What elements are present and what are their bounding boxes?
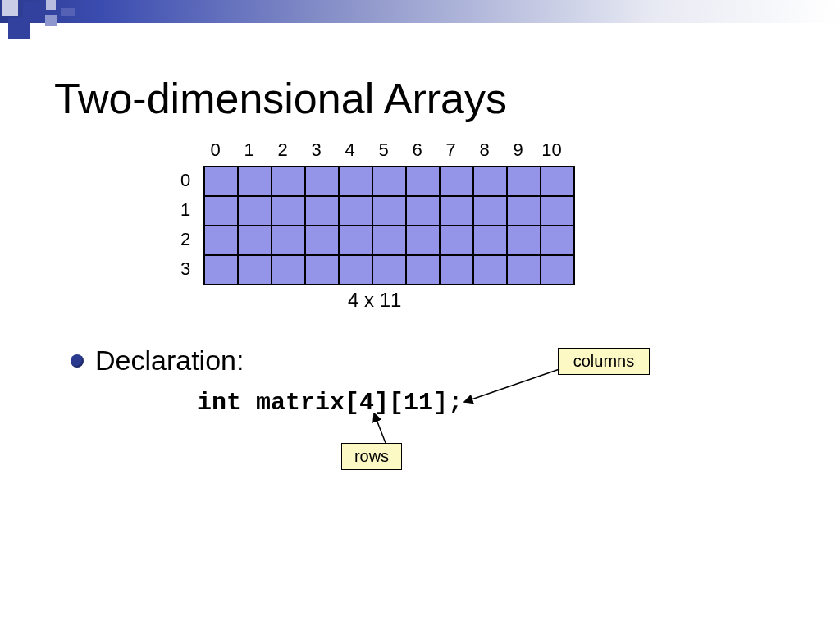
array-cell xyxy=(305,255,339,285)
array-cell xyxy=(305,226,339,255)
col-index: 10 xyxy=(535,139,568,161)
array-cell xyxy=(473,167,507,196)
array-cell xyxy=(339,255,372,285)
array-cell xyxy=(541,167,574,196)
array-cell xyxy=(305,167,339,196)
array-cell xyxy=(541,226,574,255)
col-index: 0 xyxy=(199,139,232,161)
array-cell xyxy=(541,255,574,285)
array-cell xyxy=(272,226,305,255)
array-cell xyxy=(406,226,440,255)
col-index: 5 xyxy=(367,139,400,161)
col-index: 9 xyxy=(501,139,535,161)
banner-square-icon xyxy=(2,0,18,16)
array-cell xyxy=(507,226,541,255)
svg-line-0 xyxy=(464,369,559,402)
banner-square-icon xyxy=(45,15,57,26)
array-cell xyxy=(406,196,440,226)
col-index: 3 xyxy=(299,139,333,161)
array-cell xyxy=(406,167,440,196)
array-cell xyxy=(440,167,473,196)
col-index: 7 xyxy=(434,139,468,161)
array-cell xyxy=(507,196,541,226)
array-cell xyxy=(238,167,272,196)
array-cell xyxy=(372,255,406,285)
array-cell xyxy=(507,255,541,285)
dimension-label: 4 x 11 xyxy=(348,289,401,312)
array-diagram: 0 1 2 3 4 5 6 7 8 9 10 0 1 2 3 4 x 11 xyxy=(203,139,575,285)
array-cell xyxy=(238,226,272,255)
array-cell xyxy=(440,196,473,226)
row-index: 2 xyxy=(180,225,190,254)
col-index: 1 xyxy=(232,139,266,161)
col-index: 2 xyxy=(266,139,299,161)
slide-banner xyxy=(0,0,840,31)
array-cell xyxy=(204,196,238,226)
row-index: 1 xyxy=(180,195,190,225)
col-index: 4 xyxy=(333,139,367,161)
array-cell xyxy=(339,196,372,226)
array-cell xyxy=(272,255,305,285)
banner-gradient xyxy=(0,0,840,23)
array-cell xyxy=(272,167,305,196)
svg-line-1 xyxy=(374,413,386,443)
callout-columns: columns xyxy=(558,348,650,375)
array-cell xyxy=(440,255,473,285)
array-grid xyxy=(203,166,575,285)
slide-title: Two-dimensional Arrays xyxy=(54,74,507,123)
array-cell xyxy=(204,226,238,255)
array-cell xyxy=(204,167,238,196)
array-cell xyxy=(272,196,305,226)
array-cell xyxy=(339,226,372,255)
code-declaration: int matrix[4][11]; xyxy=(197,389,463,417)
array-cell xyxy=(406,255,440,285)
array-cell xyxy=(305,196,339,226)
array-cell xyxy=(541,196,574,226)
callout-rows: rows xyxy=(341,443,402,470)
row-index: 3 xyxy=(180,254,190,284)
array-cell xyxy=(507,167,541,196)
column-index-labels: 0 1 2 3 4 5 6 7 8 9 10 xyxy=(199,139,575,161)
col-index: 8 xyxy=(468,139,501,161)
col-index: 6 xyxy=(400,139,434,161)
array-cell xyxy=(473,226,507,255)
row-index-labels: 0 1 2 3 xyxy=(180,166,190,284)
array-cell xyxy=(372,167,406,196)
array-cell xyxy=(473,255,507,285)
array-cell xyxy=(204,255,238,285)
declaration-label: Declaration: xyxy=(95,345,244,377)
array-cell xyxy=(372,226,406,255)
array-cell xyxy=(440,226,473,255)
banner-square-icon xyxy=(61,8,75,16)
array-cell xyxy=(473,196,507,226)
bullet-declaration: Declaration: xyxy=(71,345,244,377)
annotation-arrows xyxy=(0,41,840,630)
row-index: 0 xyxy=(180,166,190,195)
banner-square-icon xyxy=(8,18,30,39)
array-cell xyxy=(372,196,406,226)
array-cell xyxy=(238,255,272,285)
array-cell xyxy=(238,196,272,226)
array-cell xyxy=(339,167,372,196)
bullet-icon xyxy=(71,354,84,368)
banner-square-icon xyxy=(46,0,56,10)
slide-body: Two-dimensional Arrays 0 1 2 3 4 5 6 7 8… xyxy=(0,41,840,630)
